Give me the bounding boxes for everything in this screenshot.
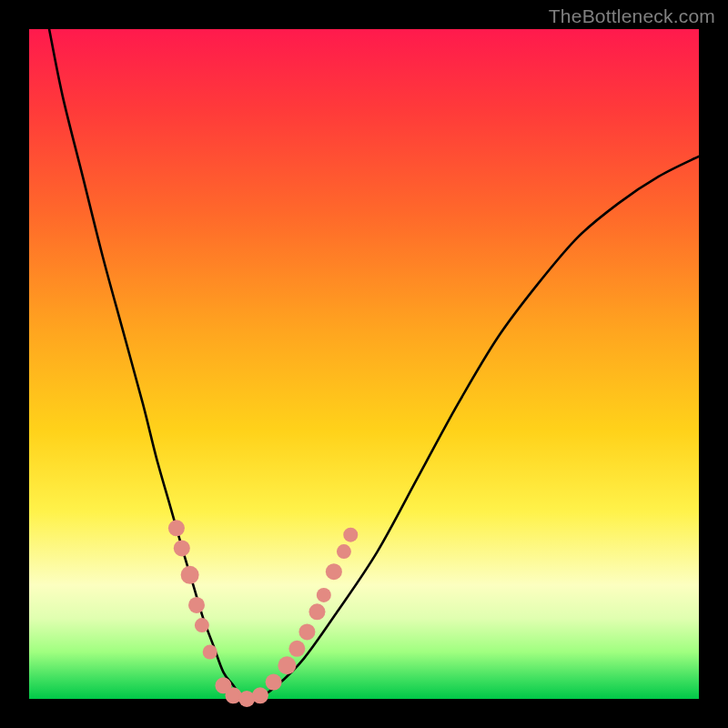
chart-plot-area — [29, 29, 699, 699]
highlight-dot — [337, 544, 351, 559]
highlight-dot — [317, 588, 331, 602]
highlight-dot — [188, 597, 205, 613]
highlight-dot — [203, 644, 217, 659]
highlight-dot — [298, 623, 315, 640]
highlight-dot — [168, 520, 185, 536]
highlight-dot — [252, 687, 268, 703]
bottleneck-curve — [49, 29, 699, 701]
highlight-dot — [308, 603, 325, 620]
highlight-dot — [278, 656, 296, 674]
chart-svg — [29, 29, 699, 699]
watermark-text: TheBottleneck.com — [549, 5, 715, 27]
highlight-dot — [266, 674, 282, 691]
highlight-dot — [288, 641, 305, 657]
highlight-dot — [326, 563, 342, 580]
highlight-dot — [174, 540, 190, 556]
highlight-dot — [181, 566, 199, 584]
highlight-dot — [343, 528, 358, 542]
highlight-dot — [195, 618, 209, 632]
chart-frame: TheBottleneck.com — [0, 0, 728, 728]
highlight-dots — [168, 520, 358, 707]
